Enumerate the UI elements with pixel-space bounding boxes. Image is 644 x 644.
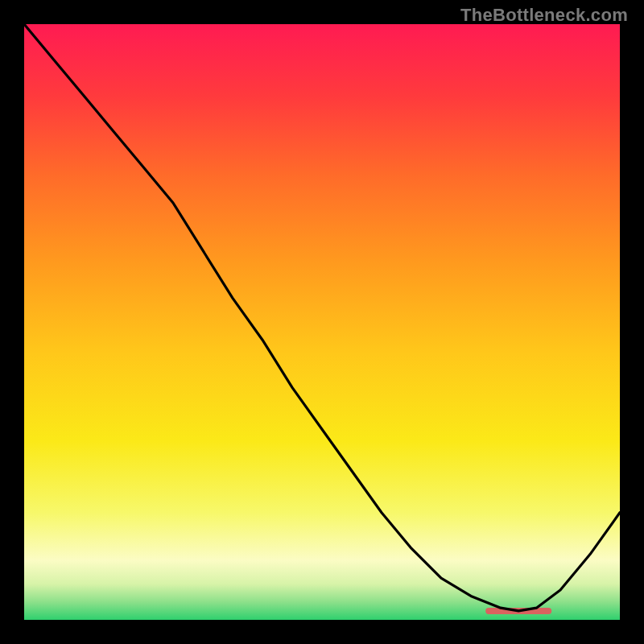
plot-area (24, 24, 620, 620)
plot-svg (24, 24, 620, 620)
gradient-bg (24, 24, 620, 620)
chart-container: TheBottleneck.com (0, 0, 644, 644)
watermark-text: TheBottleneck.com (460, 5, 628, 26)
